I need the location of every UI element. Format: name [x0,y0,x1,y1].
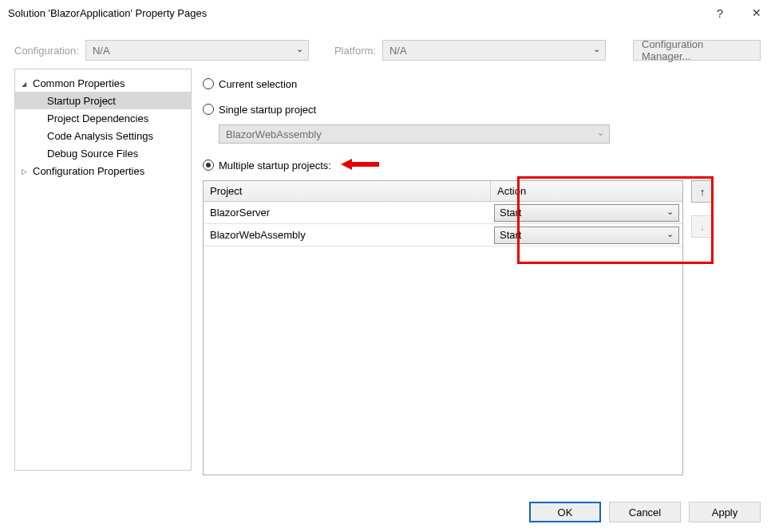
arrow-down-icon: ↓ [700,221,706,233]
radio-icon [203,160,214,171]
chevron-down-icon: ⌄ [597,128,604,138]
column-header-project[interactable]: Project [204,181,491,201]
grid-row[interactable]: BlazorServer Start ⌄ [204,202,682,224]
chevron-down-icon: ⌄ [666,207,674,217]
title-bar: Solution 'BlazorApplication' Property Pa… [0,0,775,26]
radio-icon [203,104,214,115]
tree-label: Code Analysis Settings [47,130,153,142]
annotation-arrow-icon [341,157,379,174]
move-down-button[interactable]: ↓ [691,215,714,238]
arrow-up-icon: ↑ [700,186,706,198]
tree-label: Debug Source Files [47,148,138,160]
project-cell: BlazorWebAssembly [204,224,491,246]
grid-row[interactable]: BlazorWebAssembly Start ⌄ [204,224,682,246]
chevron-down-icon: ⌄ [296,44,303,54]
startup-project-panel: Current selection Single startup project… [192,69,761,471]
chevron-right-icon [22,167,30,175]
svg-marker-0 [341,159,379,170]
radio-label: Current selection [219,78,297,90]
startup-projects-grid: Project Action BlazorServer Start ⌄ Blaz… [203,180,683,475]
tree-label: Configuration Properties [33,165,144,177]
project-cell: BlazorServer [204,202,491,223]
configuration-value: N/A [93,45,110,57]
radio-current-selection[interactable]: Current selection [203,73,761,94]
tree-item-debug-source-files[interactable]: Debug Source Files [15,144,191,162]
move-up-button[interactable]: ↑ [691,180,714,203]
apply-button[interactable]: Apply [689,502,761,522]
platform-value: N/A [389,45,407,57]
radio-label: Single startup project [219,104,316,116]
window-title: Solution 'BlazorApplication' Property Pa… [8,7,702,19]
column-header-action[interactable]: Action [491,181,682,201]
ok-button[interactable]: OK [529,502,601,522]
configuration-manager-button[interactable]: Configuration Manager... [633,40,761,61]
platform-label: Platform: [334,45,376,57]
tree-label: Common Properties [33,77,125,89]
dialog-footer: OK Cancel Apply [529,502,761,522]
radio-single-startup[interactable]: Single startup project [203,99,761,120]
chevron-down-icon: ⌄ [666,229,674,239]
tree-label: Startup Project [47,95,116,107]
action-dropdown[interactable]: Start ⌄ [494,227,679,244]
property-tree: Common Properties Startup Project Projec… [14,69,192,471]
configuration-dropdown[interactable]: N/A ⌄ [85,40,309,61]
reorder-buttons: ↑ ↓ [691,180,714,238]
single-startup-dropdown[interactable]: BlazorWebAssembly ⌄ [219,124,610,144]
tree-item-code-analysis-settings[interactable]: Code Analysis Settings [15,127,191,144]
action-value: Start [500,207,521,219]
tree-label: Project Dependencies [47,112,148,124]
radio-icon [203,78,214,89]
configuration-label: Configuration: [14,45,79,57]
tree-item-startup-project[interactable]: Startup Project [15,92,191,109]
startup-grid-wrap: Project Action BlazorServer Start ⌄ Blaz… [203,180,761,475]
radio-multiple-startup[interactable]: Multiple startup projects: [203,155,761,175]
help-button[interactable]: ? [702,0,738,26]
single-startup-value: BlazorWebAssembly [226,128,322,140]
main-area: Common Properties Startup Project Projec… [0,69,775,479]
radio-label: Multiple startup projects: [219,160,331,171]
close-button[interactable]: ✕ [738,0,775,26]
grid-header: Project Action [204,181,682,202]
cancel-button[interactable]: Cancel [609,502,681,522]
tree-item-common-properties[interactable]: Common Properties [15,74,191,92]
tree-item-configuration-properties[interactable]: Configuration Properties [15,162,191,179]
action-dropdown[interactable]: Start ⌄ [494,204,679,222]
configuration-row: Configuration: N/A ⌄ Platform: N/A ⌄ Con… [0,26,775,69]
tree-item-project-dependencies[interactable]: Project Dependencies [15,109,191,127]
chevron-down-icon [22,79,30,88]
chevron-down-icon: ⌄ [593,44,600,54]
platform-dropdown[interactable]: N/A ⌄ [382,40,606,61]
action-value: Start [500,229,521,241]
